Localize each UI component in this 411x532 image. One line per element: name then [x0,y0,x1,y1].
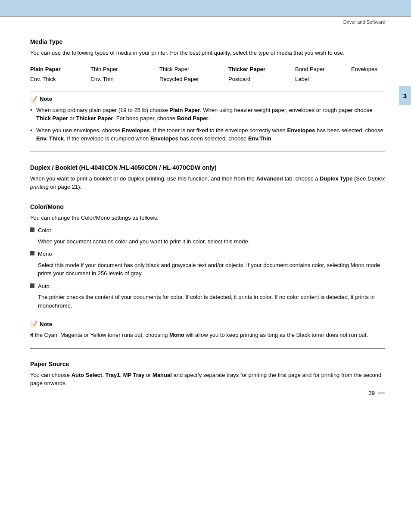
note-bullet-2: When you use envelopes, choose Envelopes… [30,126,385,143]
media-cell-2: Thick Paper [159,65,228,75]
media-table: Plain Paper Thin Paper Thick Paper Thick… [30,65,385,85]
auto-bullet-icon [30,283,34,288]
note2-text: If the Cyan, Magenta or Yellow toner run… [30,331,385,339]
media-type-intro: You can use the following types of media… [30,49,385,57]
media-cell-3: Thicker Paper [228,65,295,75]
note-box-1: 📝 Note When using ordinary plain paper (… [30,91,385,152]
color-mono-title: Color/Mono [30,203,385,210]
color-bullet-icon [30,227,34,232]
note-icon-2: 📝 [30,320,37,327]
media-cell-11 [351,75,403,85]
header-line: Driver and Software [0,17,411,26]
mono-label: Mono [38,250,52,258]
mono-item: Mono [30,250,385,258]
media-cell-1: Thin Paper [90,65,159,75]
page-number: 39 [369,390,375,396]
media-type-title: Media Type [30,38,385,45]
header-label: Driver and Software [343,19,385,25]
paper-source-text: You can choose Auto Select, Tray1, MP Tr… [30,371,385,388]
top-bar [0,0,411,16]
media-cell-10: Label [295,75,351,85]
mono-bullet-icon [30,251,34,255]
note-box-2: 📝 Note If the Cyan, Magenta or Yellow to… [30,316,385,348]
color-item: Color [30,226,385,235]
duplex-title: Duplex / Booklet (HL-4040CDN /HL-4050CDN… [30,164,385,171]
paper-source-title: Paper Source [30,361,385,367]
media-cell-7: Env. Thin [90,75,159,85]
color-mono-list: Color When your document contains color … [30,226,385,310]
note-bullet-1: When using ordinary plain paper (19 to 2… [30,106,385,123]
note-header-2: 📝 Note [30,320,385,327]
note-icon-1: 📝 [30,96,37,103]
mono-desc: Select this mode if your document has on… [38,261,385,278]
media-cell-4: Bond Paper [295,65,351,75]
color-label: Color [38,226,51,235]
media-cell-0: Plain Paper [30,65,90,75]
page-body: Media Type You can use the following typ… [0,38,411,409]
note-header-1: 📝 Note [30,96,385,103]
auto-label: Auto [38,282,50,291]
color-desc: When your document contains color and yo… [38,237,385,246]
color-mono-intro: You can change the Color/Mono settings a… [30,214,385,222]
page-number-area: 39 [369,390,385,396]
media-cell-8: Recycled Paper [159,75,228,85]
auto-item: Auto [30,282,385,291]
auto-desc: The printer checks the content of your d… [38,293,385,310]
media-cell-9: Postcard [228,75,295,85]
media-cell-6: Env. Thick [30,75,90,85]
page-num-box [378,392,385,394]
media-cell-5: Envelopes [351,65,403,75]
duplex-text: When you want to print a booklet or do d… [30,174,385,191]
